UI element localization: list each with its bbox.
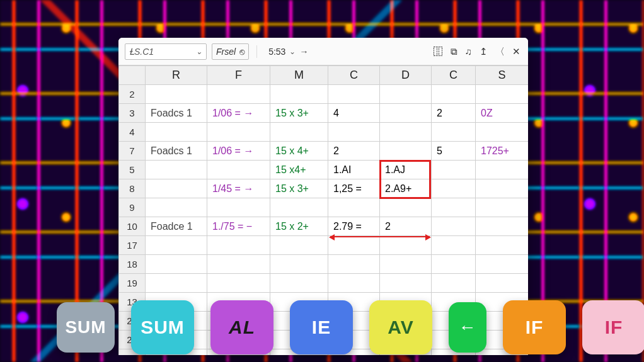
cell[interactable] bbox=[476, 161, 529, 179]
row-header[interactable]: 3 bbox=[119, 104, 146, 123]
row-header[interactable]: 9 bbox=[119, 198, 146, 217]
cell[interactable]: 15 x 2+ bbox=[270, 217, 328, 236]
cell[interactable] bbox=[476, 179, 529, 198]
cell[interactable] bbox=[476, 217, 529, 236]
row-header[interactable]: 8 bbox=[119, 179, 146, 198]
function-card-av[interactable]: AV bbox=[369, 300, 432, 354]
cell[interactable] bbox=[328, 198, 380, 217]
function-card-sum[interactable]: SUM bbox=[57, 302, 115, 353]
cell[interactable]: 2.79 = bbox=[328, 217, 380, 236]
cell[interactable] bbox=[432, 123, 476, 142]
cell[interactable] bbox=[380, 85, 432, 104]
row-header[interactable]: 17 bbox=[119, 236, 146, 255]
cell[interactable] bbox=[207, 255, 270, 274]
cell[interactable]: 1,25 = bbox=[328, 179, 380, 198]
cell[interactable] bbox=[146, 236, 207, 255]
cell[interactable] bbox=[380, 104, 432, 123]
time-group[interactable]: 5:53 ⌄ → bbox=[265, 43, 312, 60]
prev-icon[interactable]: 〈 bbox=[494, 47, 506, 56]
cell[interactable] bbox=[432, 255, 476, 274]
function-card-al[interactable]: AL bbox=[210, 300, 273, 354]
cell[interactable]: 5 bbox=[432, 142, 476, 161]
cell[interactable] bbox=[146, 161, 207, 179]
cell[interactable] bbox=[146, 255, 207, 274]
close-icon[interactable]: ✕ bbox=[511, 47, 522, 56]
cell[interactable] bbox=[380, 198, 432, 217]
function-card-ie[interactable]: IE bbox=[290, 300, 353, 354]
select-all-corner[interactable] bbox=[119, 66, 146, 85]
row-header[interactable]: 2 bbox=[119, 85, 146, 104]
function-card-back[interactable]: ← bbox=[449, 302, 486, 353]
cell[interactable]: 2 bbox=[380, 217, 432, 236]
cell[interactable] bbox=[207, 85, 270, 104]
cell[interactable] bbox=[432, 198, 476, 217]
cell[interactable] bbox=[432, 161, 476, 179]
cell[interactable]: 0Z bbox=[476, 104, 529, 123]
cell[interactable] bbox=[432, 85, 476, 104]
cell[interactable] bbox=[207, 274, 270, 293]
cell[interactable]: 2 bbox=[432, 104, 476, 123]
cell[interactable] bbox=[270, 198, 328, 217]
row-header[interactable]: 19 bbox=[119, 274, 146, 293]
cell[interactable] bbox=[270, 85, 328, 104]
col-header[interactable]: C bbox=[328, 66, 380, 85]
cell[interactable] bbox=[432, 217, 476, 236]
cell[interactable] bbox=[328, 236, 380, 255]
cell[interactable]: 2.A9+ bbox=[380, 179, 432, 198]
list-icon[interactable]: ⿲ bbox=[432, 47, 444, 56]
cell[interactable] bbox=[432, 179, 476, 198]
cell[interactable]: 15 x4+ bbox=[270, 161, 328, 179]
cell[interactable] bbox=[207, 161, 270, 179]
cell[interactable]: Foadcs 1 bbox=[146, 104, 207, 123]
cell[interactable]: 1.AI bbox=[328, 161, 380, 179]
col-header[interactable]: R bbox=[146, 66, 207, 85]
name-box[interactable]: ⱢS.C1 ⌄ bbox=[125, 43, 207, 60]
cell[interactable] bbox=[146, 179, 207, 198]
arrow-right-icon[interactable]: → bbox=[299, 47, 308, 57]
cell[interactable] bbox=[270, 236, 328, 255]
cell[interactable]: 1/06 = → bbox=[207, 142, 270, 161]
formula-label[interactable]: Frsel ⎋ bbox=[212, 43, 249, 60]
cell[interactable] bbox=[207, 198, 270, 217]
cell[interactable] bbox=[380, 123, 432, 142]
cell[interactable]: Foadcs 1 bbox=[146, 142, 207, 161]
cell[interactable] bbox=[146, 123, 207, 142]
cell[interactable]: 1./75 = − bbox=[207, 217, 270, 236]
row-header[interactable]: 18 bbox=[119, 255, 146, 274]
cell[interactable] bbox=[432, 236, 476, 255]
cell[interactable] bbox=[328, 274, 380, 293]
cell[interactable] bbox=[328, 85, 380, 104]
col-header[interactable]: C bbox=[432, 66, 476, 85]
cell[interactable] bbox=[476, 274, 529, 293]
function-card-sum[interactable]: SUM bbox=[131, 300, 194, 354]
cell[interactable] bbox=[476, 198, 529, 217]
cell[interactable] bbox=[476, 255, 529, 274]
cell[interactable] bbox=[380, 255, 432, 274]
cell[interactable] bbox=[146, 274, 207, 293]
row-header[interactable]: 4 bbox=[119, 123, 146, 142]
row-header[interactable]: 5 bbox=[119, 161, 146, 179]
row-header[interactable]: 7 bbox=[119, 142, 146, 161]
col-header[interactable]: S bbox=[476, 66, 529, 85]
cell[interactable]: Foadce 1 bbox=[146, 217, 207, 236]
cell[interactable]: 1/45 = → bbox=[207, 179, 270, 198]
function-card-if[interactable]: IF bbox=[503, 300, 566, 354]
cell[interactable] bbox=[146, 198, 207, 217]
up-arrow-icon[interactable]: ↥ bbox=[478, 47, 489, 56]
cell[interactable] bbox=[432, 274, 476, 293]
cell[interactable]: 1725+ bbox=[476, 142, 529, 161]
cell[interactable]: 2 bbox=[328, 142, 380, 161]
music-icon[interactable]: ♫ bbox=[464, 47, 473, 56]
cell[interactable] bbox=[207, 123, 270, 142]
cell[interactable]: 15 x 4+ bbox=[270, 142, 328, 161]
col-header[interactable]: D bbox=[380, 66, 432, 85]
cell[interactable] bbox=[270, 274, 328, 293]
row-header[interactable]: 10 bbox=[119, 217, 146, 236]
cell[interactable] bbox=[270, 123, 328, 142]
cell[interactable]: 1.AJ bbox=[380, 161, 432, 179]
cell[interactable] bbox=[207, 236, 270, 255]
cell[interactable] bbox=[380, 142, 432, 161]
cell[interactable] bbox=[328, 123, 380, 142]
cell[interactable] bbox=[328, 255, 380, 274]
function-card-if[interactable]: IF bbox=[582, 300, 644, 354]
